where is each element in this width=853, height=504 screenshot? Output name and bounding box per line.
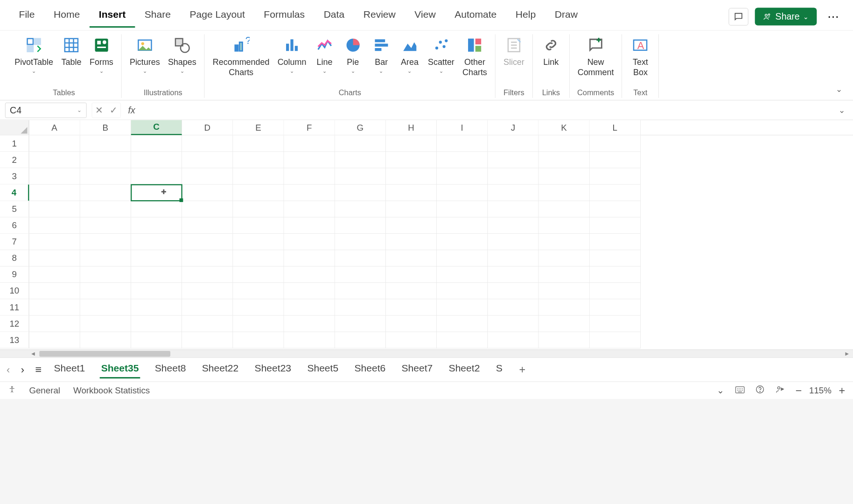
cell[interactable] <box>284 234 335 250</box>
recommended-charts-button[interactable]: ? Recommended Charts <box>210 34 273 79</box>
sheet-tab-Sheet6[interactable]: Sheet6 <box>353 361 387 378</box>
column-header-D[interactable]: D <box>182 120 233 135</box>
cell[interactable] <box>437 135 488 152</box>
tab-review[interactable]: Review <box>354 6 405 28</box>
cell[interactable] <box>488 266 538 283</box>
cell[interactable] <box>233 250 284 266</box>
cell[interactable] <box>284 315 335 332</box>
cell[interactable] <box>488 168 538 184</box>
cancel-formula-button[interactable]: ✕ <box>95 105 103 116</box>
row-header-1[interactable]: 1 <box>0 135 29 152</box>
cell[interactable] <box>437 332 488 348</box>
cell[interactable] <box>233 266 284 283</box>
cell[interactable] <box>284 266 335 283</box>
cell[interactable] <box>386 168 437 184</box>
cell[interactable] <box>488 152 538 168</box>
cell[interactable] <box>590 217 641 234</box>
cell[interactable] <box>386 217 437 234</box>
cell[interactable] <box>29 217 80 234</box>
forms-button[interactable]: Forms ⌄ <box>87 34 116 75</box>
cell[interactable] <box>182 234 233 250</box>
cell[interactable] <box>335 184 386 201</box>
sheet-tab-Sheet2[interactable]: Sheet2 <box>447 361 481 378</box>
cell[interactable] <box>233 315 284 332</box>
cell[interactable] <box>80 299 131 315</box>
cell[interactable] <box>80 283 131 299</box>
cell[interactable] <box>437 201 488 217</box>
cell[interactable] <box>131 266 182 283</box>
cell[interactable] <box>80 217 131 234</box>
cell[interactable] <box>538 299 589 315</box>
zoom-level[interactable]: 115% <box>809 385 832 396</box>
cell[interactable] <box>335 266 386 283</box>
cell[interactable] <box>488 250 538 266</box>
cell[interactable] <box>488 332 538 348</box>
cell[interactable] <box>131 332 182 348</box>
cell[interactable] <box>437 250 488 266</box>
tab-page-layout[interactable]: Page Layout <box>180 6 254 28</box>
cell[interactable] <box>437 168 488 184</box>
pivottable-button[interactable]: PivotTable ⌄ <box>12 34 56 75</box>
row-header-13[interactable]: 13 <box>0 332 29 348</box>
tab-insert[interactable]: Insert <box>90 6 135 28</box>
cell[interactable] <box>284 332 335 348</box>
cell[interactable] <box>386 266 437 283</box>
cell[interactable] <box>590 201 641 217</box>
scroll-right-button[interactable]: ► <box>843 350 851 358</box>
row-header-6[interactable]: 6 <box>0 217 29 234</box>
cell[interactable] <box>29 266 80 283</box>
cell[interactable] <box>488 283 538 299</box>
cell[interactable] <box>233 184 284 201</box>
scroll-thumb[interactable] <box>39 351 170 357</box>
tab-data[interactable]: Data <box>314 6 354 28</box>
row-header-12[interactable]: 12 <box>0 315 29 332</box>
cell[interactable] <box>538 266 589 283</box>
row-header-10[interactable]: 10 <box>0 283 29 299</box>
sheet-tab-Sheet7[interactable]: Sheet7 <box>400 361 434 378</box>
cell[interactable] <box>29 201 80 217</box>
cell[interactable] <box>233 168 284 184</box>
cell[interactable] <box>80 266 131 283</box>
cell[interactable] <box>437 234 488 250</box>
tab-view[interactable]: View <box>405 6 445 28</box>
sheet-nav-next[interactable]: › <box>21 364 24 376</box>
cell[interactable] <box>488 217 538 234</box>
cell[interactable] <box>335 152 386 168</box>
cell[interactable] <box>437 299 488 315</box>
cell[interactable] <box>437 184 488 201</box>
cell[interactable] <box>437 315 488 332</box>
cell[interactable] <box>590 266 641 283</box>
cell[interactable] <box>131 201 182 217</box>
cell[interactable] <box>590 315 641 332</box>
link-button[interactable]: Link <box>538 34 564 69</box>
cell[interactable] <box>80 168 131 184</box>
sheet-tab-S[interactable]: S <box>495 361 504 378</box>
fx-icon[interactable]: fx <box>126 105 138 116</box>
area-chart-button[interactable]: Area ⌄ <box>397 34 423 75</box>
cell[interactable] <box>284 135 335 152</box>
cell[interactable] <box>488 315 538 332</box>
column-header-H[interactable]: H <box>386 120 437 135</box>
cell[interactable] <box>29 299 80 315</box>
cell[interactable] <box>386 201 437 217</box>
cell[interactable] <box>182 184 233 201</box>
cell[interactable] <box>182 266 233 283</box>
cell[interactable] <box>488 299 538 315</box>
cells-area[interactable] <box>29 135 853 350</box>
cell[interactable] <box>29 234 80 250</box>
bar-chart-button[interactable]: Bar ⌄ <box>368 34 394 75</box>
horizontal-scrollbar[interactable]: ◄ ► <box>0 350 853 357</box>
cell[interactable] <box>335 135 386 152</box>
cell[interactable] <box>80 135 131 152</box>
column-header-L[interactable]: L <box>590 120 641 135</box>
cell[interactable] <box>29 135 80 152</box>
cell[interactable] <box>233 152 284 168</box>
feedback-button[interactable] <box>775 385 784 396</box>
cell[interactable] <box>182 250 233 266</box>
cell[interactable] <box>131 250 182 266</box>
cell[interactable] <box>437 217 488 234</box>
shapes-button[interactable]: Shapes ⌄ <box>165 34 199 75</box>
cell[interactable] <box>284 217 335 234</box>
cell[interactable] <box>29 152 80 168</box>
cell[interactable] <box>182 168 233 184</box>
